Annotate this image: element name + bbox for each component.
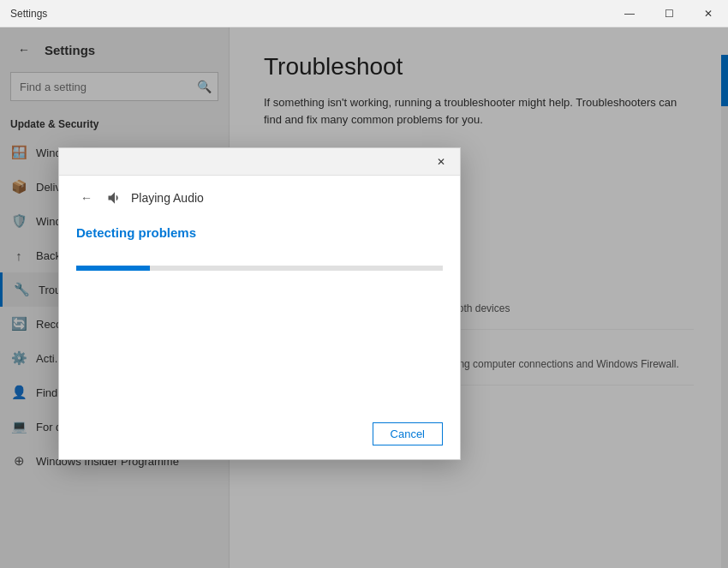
dialog-back-button[interactable]: ← [76, 188, 97, 208]
dialog-close-button[interactable]: ✕ [429, 152, 453, 172]
progress-bar [76, 266, 150, 271]
dialog-title-bar: ✕ [59, 148, 460, 176]
app-container: ← Settings 🔍 Update & Security 🪟 Wind...… [0, 27, 728, 568]
audio-icon [105, 188, 124, 207]
dialog-status: Detecting problems [76, 225, 443, 240]
dialog-footer: Cancel [59, 422, 460, 459]
app-title: Settings [10, 8, 47, 20]
cancel-button[interactable]: Cancel [373, 422, 443, 445]
minimize-button[interactable]: — [610, 0, 649, 27]
dialog-body: Detecting problems [59, 217, 460, 422]
title-bar: Settings — ☐ ✕ [0, 0, 728, 27]
window-controls: — ☐ ✕ [610, 0, 728, 27]
dialog-title: Playing Audio [131, 191, 204, 205]
dialog-header: ← Playing Audio [59, 176, 460, 217]
troubleshoot-dialog: ✕ ← Playing Audio Detecting problems Can… [58, 147, 461, 460]
progress-bar-container [76, 266, 443, 271]
maximize-button[interactable]: ☐ [649, 0, 689, 27]
close-button[interactable]: ✕ [689, 0, 728, 27]
